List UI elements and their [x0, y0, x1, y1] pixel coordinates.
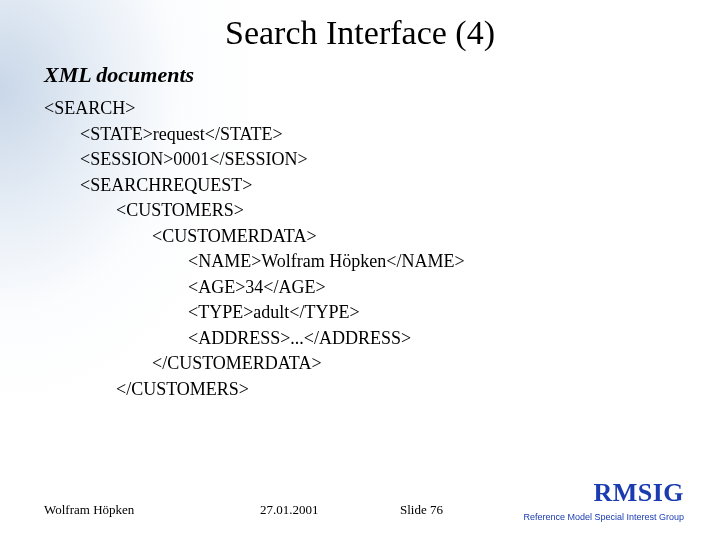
xml-line: <SESSION>0001</SESSION>: [44, 147, 676, 173]
xml-line: <STATE>request</STATE>: [44, 122, 676, 148]
xml-line: </CUSTOMERDATA>: [44, 351, 676, 377]
xml-body: <SEARCH> <STATE>request</STATE> <SESSION…: [44, 96, 676, 403]
xml-line: <SEARCHREQUEST>: [44, 173, 676, 199]
xml-line: <CUSTOMERDATA>: [44, 224, 676, 250]
footer: Wolfram Höpken 27.01.2001 Slide 76 RMSIG…: [0, 486, 720, 528]
slide-title: Search Interface (4): [0, 14, 720, 52]
xml-line: <AGE>34</AGE>: [44, 275, 676, 301]
footer-author: Wolfram Höpken: [44, 502, 134, 518]
xml-line: <CUSTOMERS>: [44, 198, 676, 224]
xml-line: </CUSTOMERS>: [44, 377, 676, 403]
xml-line: <ADDRESS>...</ADDRESS>: [44, 326, 676, 352]
footer-date: 27.01.2001: [260, 502, 319, 518]
footer-logo: RMSIG: [593, 478, 684, 508]
xml-line: <SEARCH>: [44, 96, 676, 122]
slide-subtitle: XML documents: [44, 62, 194, 88]
slide: Search Interface (4) XML documents <SEAR…: [0, 0, 720, 540]
footer-tagline: Reference Model Special Interest Group: [523, 512, 684, 522]
xml-line: <TYPE>adult</TYPE>: [44, 300, 676, 326]
xml-line: <NAME>Wolfram Höpken</NAME>: [44, 249, 676, 275]
footer-slide-number: Slide 76: [400, 502, 443, 518]
